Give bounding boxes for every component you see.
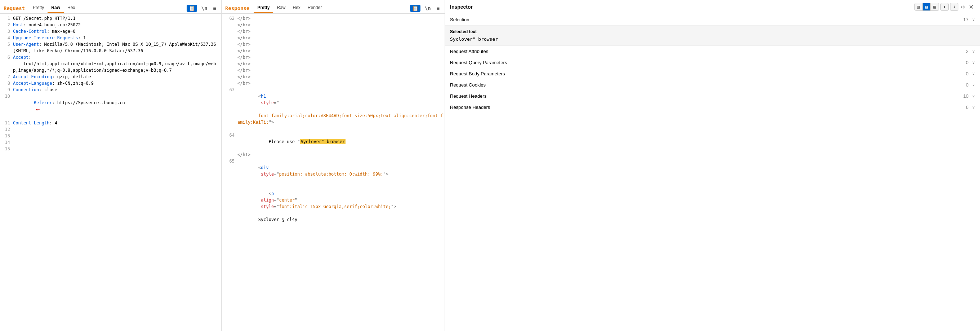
inspector-row-body-params[interactable]: Request Body Parameters 0 ∨ (445, 68, 980, 79)
selection-label: Selection (450, 17, 963, 22)
response-line-br-8: </br> (221, 67, 445, 74)
response-line-p: <p align="center" style="font:italic 15p… (221, 184, 445, 216)
response-header-icons: 📋 \n ≡ (410, 5, 441, 12)
response-title: Response (225, 5, 249, 11)
inspector-row-cookies[interactable]: Request Cookies 0 ∨ (445, 79, 980, 91)
response-line-62: 62 </br> (221, 15, 445, 22)
tab-request-raw[interactable]: Raw (48, 3, 64, 13)
response-tab-bar: Pretty Raw Hex Render (254, 3, 410, 13)
close-icon[interactable]: ✕ (967, 3, 975, 10)
selected-text-label: Selected text (450, 29, 975, 34)
request-line-12: 12 (0, 126, 221, 133)
response-line-h1-close: </h1> (221, 152, 445, 158)
row-label-request-headers: Request Headers (450, 93, 963, 99)
response-header: Response Pretty Raw Hex Render 📋 \n ≡ (221, 0, 445, 14)
response-line-br-1: </br> (221, 22, 445, 28)
tab-request-hex[interactable]: Hex (64, 3, 78, 13)
row-label-cookies: Request Cookies (450, 82, 966, 88)
response-line-br-6: </br> (221, 54, 445, 61)
response-line-br-9: </br> (221, 74, 445, 80)
response-line-65: 65 <div style="position: absolute;bottom… (221, 158, 445, 184)
request-title: Request (3, 5, 25, 11)
request-line-2: 2 Host: node4.buuoj.cn:25072 (0, 22, 221, 28)
request-line-5: 5 User-Agent: Mozilla/5.0 (Macintosh; In… (0, 41, 221, 54)
tab-response-hex[interactable]: Hex (289, 3, 304, 13)
request-header-icons: 📋 \n ≡ (187, 5, 218, 12)
response-menu-icon[interactable]: ≡ (435, 5, 441, 12)
selected-text-value: Syclover" browser (450, 37, 975, 42)
menu-icon[interactable]: ≡ (212, 5, 218, 12)
request-line-14: 14 (0, 139, 221, 146)
response-content: 62 </br> </br> </br> </br> </br> </br> <… (221, 14, 445, 331)
request-line-8: 8 Accept-Language: zh-CN,zh;q=0.9 (0, 80, 221, 86)
settings-icon[interactable]: ⚙ (960, 3, 966, 11)
request-line-1: 1 GET /Secret.php HTTP/1.1 (0, 15, 221, 22)
chevron-query-params-icon: ∨ (972, 60, 975, 65)
inspector-toolbar: ▥ ▤ ▦ ⬆ ⬇ ⚙ ✕ (915, 3, 975, 11)
response-line-br-7: </br> (221, 61, 445, 67)
align-bottom-icon[interactable]: ⬇ (950, 3, 958, 11)
layout-split-icon[interactable]: ▥ (915, 3, 923, 10)
row-count-query-params: 0 (966, 60, 969, 65)
response-line-syclover: Syclover @ cl4y (221, 216, 445, 223)
request-panel: Request Pretty Raw Hex 📋 \n ≡ 1 GET /Sec… (0, 0, 221, 331)
chevron-body-params-icon: ∨ (972, 71, 975, 76)
response-line-br-2: </br> (221, 28, 445, 35)
request-line-9: 9 Connection: close (0, 86, 221, 93)
request-tab-bar: Pretty Raw Hex (29, 3, 187, 13)
request-line-4: 4 Upgrade-Insecure-Requests: 1 (0, 35, 221, 41)
row-count-response-headers: 6 (966, 105, 969, 110)
selected-text-container: Selected text Syclover" browser (445, 26, 980, 46)
response-line-64: 64 Please use "Syclover" browser (221, 132, 445, 152)
row-count-body-params: 0 (966, 71, 969, 77)
inspector-sections: Request Attributes 2 ∨ Request Query Par… (445, 46, 980, 113)
chevron-request-attributes-icon: ∨ (972, 49, 975, 54)
row-count-request-headers: 10 (963, 93, 969, 99)
row-label-request-attributes: Request Attributes (450, 49, 966, 54)
red-arrow-icon: ← (36, 105, 40, 113)
response-line-br-5: </br> (221, 48, 445, 54)
row-count-cookies: 0 (966, 82, 969, 88)
tab-response-raw[interactable]: Raw (273, 3, 289, 13)
request-line-3: 3 Cache-Control: max-age=0 (0, 28, 221, 35)
align-top-icon[interactable]: ⬆ (940, 3, 949, 11)
inspector-row-request-headers[interactable]: Request Headers 10 ∨ (445, 91, 980, 102)
wrap-icon[interactable]: \n (200, 5, 209, 12)
selection-chevron-icon: ∨ (972, 17, 975, 22)
layout-group: ▥ ▤ ▦ (915, 3, 939, 11)
response-line-br-3: </br> (221, 35, 445, 41)
inspector-row-response-headers[interactable]: Response Headers 6 ∨ (445, 102, 980, 113)
chevron-response-headers-icon: ∨ (972, 105, 975, 110)
request-line-11: 11 Content-Length: 4 (0, 120, 221, 126)
row-label-body-params: Request Body Parameters (450, 71, 966, 77)
request-line-15: 15 (0, 146, 221, 152)
response-copy-icon[interactable]: 📋 (410, 5, 420, 12)
layout-horiz-icon[interactable]: ▦ (931, 3, 938, 10)
inspector-row-request-attributes[interactable]: Request Attributes 2 ∨ (445, 46, 980, 57)
row-label-query-params: Request Query Parameters (450, 60, 966, 65)
request-content: 1 GET /Secret.php HTTP/1.1 2 Host: node4… (0, 14, 221, 331)
layout-vert-icon[interactable]: ▤ (923, 3, 931, 10)
request-header: Request Pretty Raw Hex 📋 \n ≡ (0, 0, 221, 14)
row-label-response-headers: Response Headers (450, 105, 966, 110)
chevron-cookies-icon: ∨ (972, 83, 975, 87)
chevron-request-headers-icon: ∨ (972, 94, 975, 98)
tab-request-pretty[interactable]: Pretty (29, 3, 48, 13)
inspector-header: Inspector ▥ ▤ ▦ ⬆ ⬇ ⚙ ✕ (445, 0, 980, 14)
copy-icon[interactable]: 📋 (187, 5, 197, 12)
request-line-13: 13 (0, 133, 221, 139)
selection-count: 17 (963, 17, 969, 22)
inspector-title: Inspector (450, 4, 915, 10)
tab-response-render[interactable]: Render (304, 3, 325, 13)
response-line-63: 63 <h1 style=" font-family:arial;color:#… (221, 86, 445, 132)
request-line-6: 6 Accept: text/html,application/xhtml+xm… (0, 54, 221, 74)
response-wrap-icon[interactable]: \n (423, 5, 432, 12)
selection-row[interactable]: Selection 17 ∨ (445, 14, 980, 26)
response-line-br-10: </br> (221, 80, 445, 86)
response-line-br-4: </br> (221, 41, 445, 48)
request-line-10: 10 Referer: https://Sycsecret.buuoj.cn ← (0, 93, 221, 120)
inspector-row-query-params[interactable]: Request Query Parameters 0 ∨ (445, 57, 980, 68)
row-count-request-attributes: 2 (966, 49, 969, 54)
response-panel: Response Pretty Raw Hex Render 📋 \n ≡ 62… (221, 0, 445, 331)
tab-response-pretty[interactable]: Pretty (254, 3, 273, 13)
